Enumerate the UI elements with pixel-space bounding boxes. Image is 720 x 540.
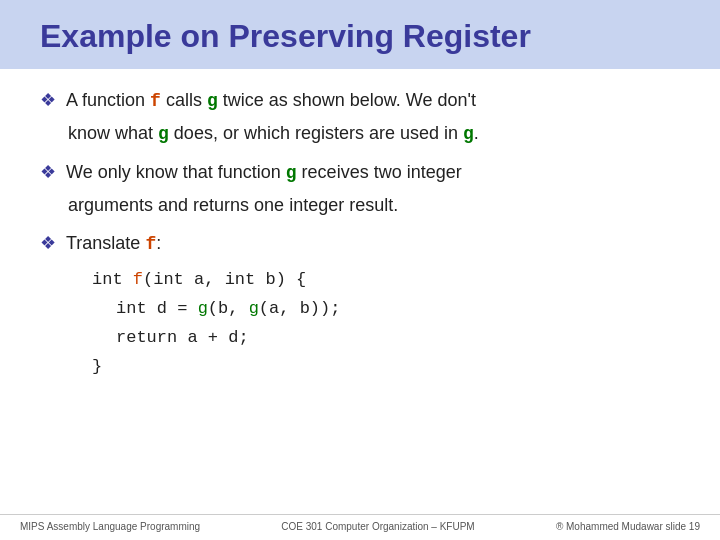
bullet-1-text: A function f calls g twice as shown belo… <box>66 87 476 116</box>
code-block: int f(int a, int b) { int d = g(b, g(a, … <box>40 266 680 382</box>
bullet-2-text: We only know that function g receives tw… <box>66 159 462 188</box>
footer-left: MIPS Assembly Language Programming <box>20 521 200 532</box>
code-line-3: return a + d; <box>92 324 680 353</box>
bullet-symbol-1: ❖ <box>40 89 56 111</box>
code-line-1: int f(int a, int b) { <box>92 266 680 295</box>
content-area: ❖ A function f calls g twice as shown be… <box>0 69 720 514</box>
footer-right: ® Mohammed Mudawar slide 19 <box>556 521 700 532</box>
bullet-2-continuation: arguments and returns one integer result… <box>40 192 680 220</box>
bullet-1-continuation: know what g does, or which registers are… <box>40 120 680 149</box>
footer: MIPS Assembly Language Programming COE 3… <box>0 514 720 540</box>
code-g3: g <box>463 124 474 144</box>
code-g1: g <box>207 91 218 111</box>
slide-title: Example on Preserving Register <box>40 18 531 54</box>
code-g4: g <box>286 163 297 183</box>
bullet-3-text: Translate f: <box>66 230 161 259</box>
bullet-3: ❖ Translate f: <box>40 230 680 259</box>
code-f1: f <box>150 91 161 111</box>
code-line-2: int d = g(b, g(a, b)); <box>92 295 680 324</box>
title-bar: Example on Preserving Register <box>0 0 720 69</box>
bullet-1: ❖ A function f calls g twice as shown be… <box>40 87 680 116</box>
code-line-4: } <box>92 353 680 382</box>
bullet-symbol-3: ❖ <box>40 232 56 254</box>
slide: Example on Preserving Register ❖ A funct… <box>0 0 720 540</box>
code-g2: g <box>158 124 169 144</box>
bullet-symbol-2: ❖ <box>40 161 56 183</box>
footer-center: COE 301 Computer Organization – KFUPM <box>281 521 474 532</box>
bullet-2: ❖ We only know that function g receives … <box>40 159 680 188</box>
code-f2: f <box>145 234 156 254</box>
